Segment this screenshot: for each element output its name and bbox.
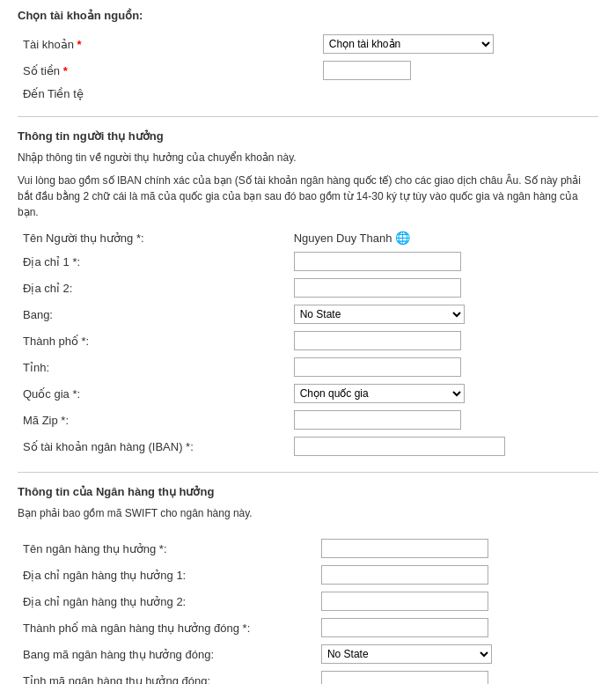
address1-input-cell: [289, 248, 598, 275]
account-select[interactable]: Chọn tài khoản: [323, 34, 494, 54]
recipient-name-text: Nguyen Duy Thanh: [294, 232, 392, 245]
iban-row: Số tài khoản ngân hàng (IBAN) *:: [18, 433, 598, 460]
divider-1: [18, 116, 598, 117]
bank-province-row: Tỉnh mã ngân hàng thụ hưởng đóng:: [18, 667, 598, 684]
country-row: Quốc gia *: Chọn quốc gia: [18, 380, 598, 407]
iban-input[interactable]: [294, 437, 505, 456]
zip-row: Mã Zip *:: [18, 407, 598, 433]
iban-label: Số tài khoản ngân hàng (IBAN) *:: [18, 433, 289, 460]
bank-state-row: Bang mã ngân hàng thụ hưởng đóng: No Sta…: [18, 641, 598, 667]
bank-address1-input[interactable]: [321, 565, 488, 585]
bank-form: Tên ngân hàng thụ hưởng *: Địa chỉ ngân …: [18, 535, 598, 684]
bank-address2-input[interactable]: [321, 592, 488, 611]
recipient-desc1: Nhập thông tin về người thụ hưởng của ch…: [18, 150, 598, 165]
city-input-cell: [289, 327, 598, 354]
currency-value-cell: [318, 84, 598, 104]
account-label: Tài khoản *: [18, 31, 318, 57]
address2-row: Địa chỉ 2:: [18, 275, 598, 301]
source-title: Chọn tài khoản nguồn:: [18, 9, 598, 22]
amount-input-cell: [318, 57, 598, 84]
address1-label: Địa chỉ 1 *:: [18, 248, 289, 275]
country-label: Quốc gia *:: [18, 380, 289, 407]
account-row: Tài khoản * Chọn tài khoản: [18, 31, 598, 57]
amount-row: Số tiền *: [18, 57, 598, 84]
source-section: Chọn tài khoản nguồn: Tài khoản * Chọn t…: [18, 9, 598, 104]
recipient-name-row: Tên Người thụ hưởng *: Nguyen Duy Thanh …: [18, 227, 598, 248]
bank-address2-row: Địa chỉ ngân hàng thụ hưởng 2:: [18, 588, 598, 614]
zip-input-cell: [289, 407, 598, 433]
amount-input[interactable]: [323, 61, 411, 80]
iban-input-cell: [289, 433, 598, 460]
bank-desc: Bạn phải bao gồm mã SWIFT cho ngân hàng …: [18, 505, 598, 521]
amount-label: Số tiền *: [18, 57, 318, 84]
recipient-name-value-cell: Nguyen Duy Thanh 🌐: [289, 227, 598, 248]
bank-name-row: Tên ngân hàng thụ hưởng *:: [18, 535, 598, 562]
divider-2: [18, 472, 598, 473]
state-select-cell: No State: [289, 301, 598, 327]
city-input[interactable]: [294, 331, 461, 350]
bank-address1-row: Địa chỉ ngân hàng thụ hưởng 1:: [18, 562, 598, 588]
zip-input[interactable]: [294, 410, 461, 430]
province-input-cell: [289, 354, 598, 380]
currency-label: Đến Tiền tệ: [18, 84, 318, 104]
province-input[interactable]: [294, 357, 461, 377]
city-label: Thành phố *:: [18, 327, 289, 354]
bank-state-select[interactable]: No State: [321, 644, 492, 664]
recipient-name-display: Nguyen Duy Thanh 🌐: [294, 231, 593, 245]
address1-input[interactable]: [294, 252, 461, 271]
bank-name-label: Tên ngân hàng thụ hưởng *:: [18, 535, 316, 562]
bank-state-select-cell: No State: [316, 641, 598, 667]
address1-row: Địa chỉ 1 *:: [18, 248, 598, 275]
bank-city-label: Thành phố mà ngân hàng thụ hưởng đóng *:: [18, 614, 316, 641]
zip-label: Mã Zip *:: [18, 407, 289, 433]
bank-name-input-cell: [316, 535, 598, 562]
state-select[interactable]: No State: [294, 305, 465, 324]
bank-address2-label: Địa chỉ ngân hàng thụ hưởng 2:: [18, 588, 316, 614]
bank-address1-label: Địa chỉ ngân hàng thụ hưởng 1:: [18, 562, 316, 588]
bank-province-input[interactable]: [321, 671, 488, 684]
recipient-desc2: Vui lòng bao gồm số IBAN chính xác của b…: [18, 173, 598, 220]
country-select[interactable]: Chọn quốc gia: [294, 384, 465, 403]
address2-input-cell: [289, 275, 598, 301]
province-row: Tỉnh:: [18, 354, 598, 380]
bank-address1-input-cell: [316, 562, 598, 588]
bank-province-label: Tỉnh mã ngân hàng thụ hưởng đóng:: [18, 667, 316, 684]
bank-city-input[interactable]: [321, 618, 488, 637]
edit-icon[interactable]: 🌐: [395, 231, 410, 245]
bank-state-label: Bang mã ngân hàng thụ hưởng đóng:: [18, 641, 316, 667]
bank-address2-input-cell: [316, 588, 598, 614]
currency-row: Đến Tiền tệ: [18, 84, 598, 104]
bank-province-input-cell: [316, 667, 598, 684]
country-select-cell: Chọn quốc gia: [289, 380, 598, 407]
recipient-section: Thông tin người thụ hưởng Nhập thông tin…: [18, 129, 598, 460]
account-select-cell: Chọn tài khoản: [318, 31, 598, 57]
bank-city-row: Thành phố mà ngân hàng thụ hưởng đóng *:: [18, 614, 598, 641]
city-row: Thành phố *:: [18, 327, 598, 354]
address2-input[interactable]: [294, 278, 461, 298]
recipient-title: Thông tin người thụ hưởng: [18, 129, 598, 143]
source-form: Tài khoản * Chọn tài khoản Số tiền * Đến…: [18, 31, 598, 104]
required-mark: *: [63, 64, 68, 77]
state-row: Bang: No State: [18, 301, 598, 327]
bank-title: Thông tin của Ngân hàng thụ hưởng: [18, 485, 598, 498]
address2-label: Địa chỉ 2:: [18, 275, 289, 301]
bank-section: Thông tin của Ngân hàng thụ hưởng Bạn ph…: [18, 485, 598, 684]
recipient-name-label: Tên Người thụ hưởng *:: [18, 227, 289, 248]
state-label: Bang:: [18, 301, 289, 327]
bank-city-input-cell: [316, 614, 598, 641]
bank-name-input[interactable]: [321, 539, 488, 558]
recipient-form: Tên Người thụ hưởng *: Nguyen Duy Thanh …: [18, 227, 598, 460]
province-label: Tỉnh:: [18, 354, 289, 380]
required-mark: *: [77, 38, 82, 51]
